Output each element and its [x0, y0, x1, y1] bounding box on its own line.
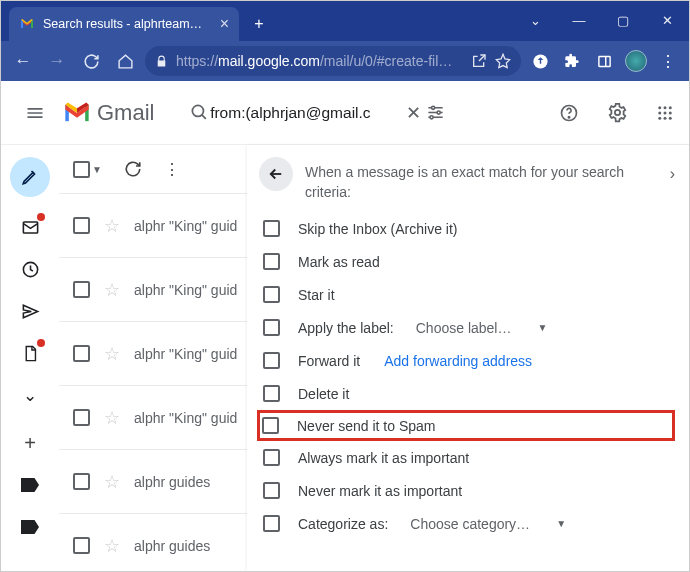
- settings-button[interactable]: [597, 93, 637, 133]
- new-tab-button[interactable]: +: [245, 10, 273, 38]
- checkbox[interactable]: [263, 385, 280, 402]
- close-window-button[interactable]: ✕: [645, 5, 689, 35]
- checkbox[interactable]: [263, 220, 280, 237]
- select-all-checkbox[interactable]: ▼: [73, 161, 102, 178]
- chevron-down-icon[interactable]: ▼: [537, 322, 547, 333]
- share-icon[interactable]: [471, 53, 487, 69]
- option-forward[interactable]: Forward itAdd forwarding address: [259, 344, 675, 377]
- svg-rect-1: [598, 56, 609, 66]
- label-icon[interactable]: [18, 515, 42, 539]
- option-categorize[interactable]: Categorize as:Choose category…▼: [259, 507, 675, 540]
- more-button[interactable]: ⋮: [164, 160, 180, 179]
- option-mark-read[interactable]: Mark as read: [259, 245, 675, 278]
- url-text: https://mail.google.com/mail/u/0/#create…: [176, 53, 463, 69]
- browser-tab[interactable]: Search results - alphrteam@gma… ×: [9, 7, 239, 41]
- option-delete[interactable]: Delete it: [259, 377, 675, 410]
- inbox-icon[interactable]: [18, 215, 42, 239]
- star-icon[interactable]: ☆: [104, 215, 120, 237]
- sidepanel-icon[interactable]: [591, 48, 617, 74]
- add-forwarding-link[interactable]: Add forwarding address: [384, 353, 532, 369]
- minimize-button[interactable]: —: [557, 5, 601, 35]
- expand-icon[interactable]: ⌄: [18, 383, 42, 407]
- option-always-important[interactable]: Always mark it as important: [259, 441, 675, 474]
- row-checkbox[interactable]: [73, 281, 90, 298]
- svg-point-19: [669, 111, 672, 114]
- chevron-down-icon[interactable]: ▼: [556, 518, 566, 529]
- snoozed-icon[interactable]: [18, 257, 42, 281]
- sender-name: alphr "King" guid: [134, 218, 237, 234]
- option-apply-label[interactable]: Apply the label:Choose label…▼: [259, 311, 675, 344]
- gmail-wordmark: Gmail: [97, 100, 154, 126]
- star-icon[interactable]: ☆: [104, 343, 120, 365]
- search-options-icon[interactable]: [425, 103, 447, 122]
- maximize-button[interactable]: ▢: [601, 5, 645, 35]
- option-never-important[interactable]: Never mark it as important: [259, 474, 675, 507]
- sent-icon[interactable]: [18, 299, 42, 323]
- row-checkbox[interactable]: [73, 345, 90, 362]
- svg-point-18: [664, 111, 667, 114]
- row-checkbox[interactable]: [73, 537, 90, 554]
- star-icon[interactable]: ☆: [104, 407, 120, 429]
- row-checkbox[interactable]: [73, 217, 90, 234]
- gmail-logo[interactable]: Gmail: [63, 100, 154, 126]
- checkbox[interactable]: [263, 319, 280, 336]
- star-icon[interactable]: [495, 53, 511, 69]
- compose-button[interactable]: [10, 157, 50, 197]
- close-icon[interactable]: ×: [220, 15, 229, 33]
- svg-point-16: [669, 106, 672, 109]
- refresh-button[interactable]: [124, 160, 142, 178]
- sender-name: alphr guides: [134, 538, 210, 554]
- filter-actions-panel: When a message is an exact match for you…: [247, 145, 689, 571]
- checkbox[interactable]: [263, 286, 280, 303]
- label-icon[interactable]: [18, 473, 42, 497]
- option-skip-inbox[interactable]: Skip the Inbox (Archive it): [259, 212, 675, 245]
- svg-point-6: [432, 106, 435, 109]
- checkbox[interactable]: [263, 449, 280, 466]
- star-icon[interactable]: ☆: [104, 471, 120, 493]
- update-icon[interactable]: [527, 48, 553, 74]
- extensions-icon[interactable]: [559, 48, 585, 74]
- star-icon[interactable]: ☆: [104, 279, 120, 301]
- reload-button[interactable]: [77, 47, 105, 75]
- svg-point-17: [658, 111, 661, 114]
- checkbox[interactable]: [263, 482, 280, 499]
- forward-button: →: [43, 47, 71, 75]
- chevron-down-icon[interactable]: ⌄: [513, 5, 557, 35]
- support-button[interactable]: [549, 93, 589, 133]
- svg-line-4: [202, 115, 206, 119]
- profile-avatar[interactable]: [623, 48, 649, 74]
- checkbox[interactable]: [263, 253, 280, 270]
- sender-name: alphr guides: [134, 474, 210, 490]
- main-menu-button[interactable]: [15, 93, 55, 133]
- label-select[interactable]: Choose label…: [416, 320, 512, 336]
- search-icon[interactable]: [188, 103, 210, 122]
- browser-toolbar: ← → https://mail.google.com/mail/u/0/#cr…: [1, 41, 689, 81]
- apps-button[interactable]: [645, 93, 685, 133]
- svg-point-15: [664, 106, 667, 109]
- address-bar[interactable]: https://mail.google.com/mail/u/0/#create…: [145, 46, 521, 76]
- clear-search-icon[interactable]: ✕: [403, 102, 425, 124]
- search-bar[interactable]: ✕: [182, 90, 452, 136]
- category-select[interactable]: Choose category…: [410, 516, 530, 532]
- row-checkbox[interactable]: [73, 473, 90, 490]
- checkbox[interactable]: [263, 352, 280, 369]
- star-icon[interactable]: ☆: [104, 535, 120, 557]
- option-star[interactable]: Star it: [259, 278, 675, 311]
- checkbox[interactable]: [262, 417, 279, 434]
- browser-menu-icon[interactable]: ⋮: [655, 48, 681, 74]
- row-checkbox[interactable]: [73, 409, 90, 426]
- chevron-right-icon[interactable]: ›: [670, 165, 675, 183]
- new-label-button[interactable]: +: [18, 431, 42, 455]
- svg-point-10: [430, 116, 433, 119]
- option-never-spam[interactable]: Never send it to Spam: [257, 410, 675, 441]
- left-nav-rail: ⌄ +: [1, 145, 59, 571]
- drafts-icon[interactable]: [18, 341, 42, 365]
- filter-back-button[interactable]: [259, 157, 293, 191]
- home-button[interactable]: [111, 47, 139, 75]
- sender-name: alphr "King" guid: [134, 410, 237, 426]
- checkbox[interactable]: [263, 515, 280, 532]
- svg-point-14: [658, 106, 661, 109]
- svg-point-22: [669, 116, 672, 119]
- back-button[interactable]: ←: [9, 47, 37, 75]
- search-input[interactable]: [210, 104, 403, 122]
